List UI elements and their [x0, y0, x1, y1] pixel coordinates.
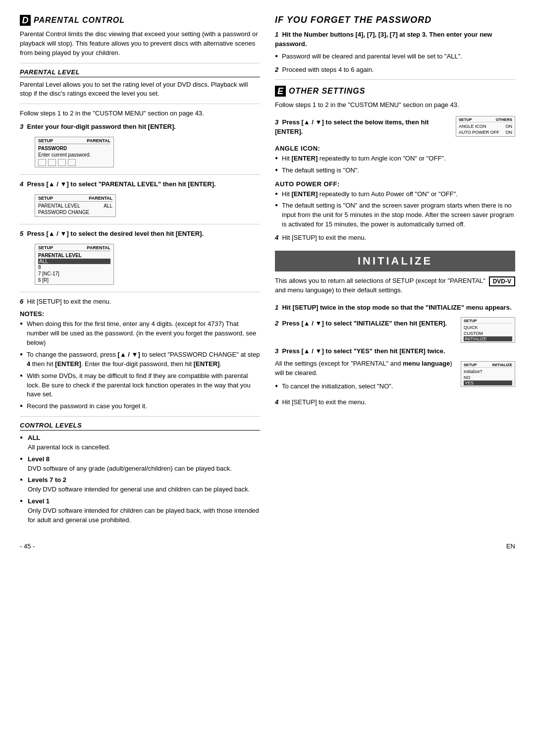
- if-step2-text: Proceed with steps 4 to 6 again.: [282, 66, 374, 73]
- if-step-2: 2 Proceed with steps 4 to 6 again.: [275, 65, 515, 75]
- section-e-title: OTHER SETTINGS: [289, 87, 365, 96]
- level-7to2-text: Only DVD software intended for general u…: [28, 486, 250, 493]
- section-e-letter: E: [275, 86, 286, 97]
- init-step-3: 3 Press [▲ / ▼] to select "YES" then hit…: [275, 347, 515, 356]
- step4e-num: 4: [275, 234, 278, 241]
- step4e-text: Hit [SETUP] to exit the menu.: [282, 234, 366, 241]
- screen3-header-right: PARENTAL: [87, 245, 110, 250]
- if-step1-num: 1: [275, 31, 278, 38]
- step6-text: Hit [SETUP] to exit the menu.: [27, 298, 111, 305]
- screen-parental-levels: SETUP PARENTAL PARENTAL LEVEL ALL 8 7 [N…: [35, 244, 114, 285]
- auto-power-heading: AUTO POWER OFF:: [275, 180, 515, 188]
- screen3-row-nc17: 7 [NC-17]: [38, 270, 110, 277]
- divider-5: [20, 292, 260, 292]
- screen3-header: SETUP PARENTAL: [38, 245, 110, 251]
- auto-bullet-1: Hit [ENTER] repeatedly to turn Auto Powe…: [275, 190, 515, 199]
- angle-icon-bullets: Hit [ENTER] repeatedly to turn Angle ico…: [275, 154, 515, 175]
- angle-icon-heading: ANGLE ICON:: [275, 145, 515, 152]
- step3-num: 3: [20, 123, 23, 130]
- level-7to2-label: Levels 7 to 2: [28, 476, 66, 484]
- step-6: 6 Hit [SETUP] to exit the menu.: [20, 297, 260, 307]
- level-1-text: Only DVD software intended for children …: [28, 507, 259, 524]
- page-footer: - 45 - EN: [20, 542, 515, 550]
- step3-text: Enter your four-digit password then hit …: [27, 123, 175, 130]
- screen-init2-header: SETUP: [464, 319, 512, 324]
- page-layout: D PARENTAL CONTROL Parental Control limi…: [20, 15, 515, 528]
- section-d-letter: D: [20, 15, 31, 26]
- init-step3-row: All the settings (except for "PARENTAL" …: [275, 359, 515, 394]
- right-column: IF YOU FORGET THE PASSWORD 1 Hit the Num…: [275, 15, 515, 528]
- level-8: Level 8DVD software of any grade (adult/…: [20, 455, 260, 474]
- screen-others-row1-val: ON: [506, 124, 513, 129]
- section-e-follow: Follow steps 1 to 2 in the "CUSTOM MENU"…: [275, 101, 515, 110]
- screen-init2-row-custom: CUSTOM: [464, 330, 512, 336]
- input-box-1: [38, 159, 46, 166]
- screen-init3-header: SETUP INITIALIZE: [464, 363, 512, 368]
- screen-init3-row-q: Initialize?: [464, 369, 512, 375]
- init-step2-num: 2: [275, 320, 278, 327]
- screen-init3-header-right: INITIALIZE: [492, 363, 512, 367]
- if-password-bullets: Password will be cleared and parental le…: [275, 52, 515, 61]
- init-bullet-1: To cancel the initialization, select "NO…: [275, 382, 456, 391]
- screen-init2-row-init: INITIALIZE: [464, 336, 512, 341]
- screen2-row1-val: ALL: [104, 203, 112, 209]
- screen-parental-level: SETUP PARENTAL PARENTAL LEVEL ALL PASSWO…: [35, 194, 116, 217]
- divider-r1: [275, 79, 515, 80]
- step-3-others: 3 Press [▲ / ▼] to select the below item…: [275, 118, 451, 137]
- level-all-label: ALL: [28, 434, 40, 441]
- screen-others-row2-val: ON: [506, 130, 513, 135]
- screen-init3-row-no: NO: [464, 375, 512, 380]
- step3-others-row: 3 Press [▲ / ▼] to select the below item…: [275, 114, 515, 140]
- screen2-header-left: SETUP: [38, 196, 53, 201]
- step4-num: 4: [20, 180, 23, 188]
- divider-4: [20, 224, 260, 224]
- step3e-num: 3: [275, 118, 278, 126]
- screen2-row1-label: PARENTAL LEVEL: [38, 203, 80, 209]
- screen-init2-header-label: SETUP: [464, 319, 477, 323]
- dvd-v-badge: DVD-V: [489, 276, 515, 286]
- init-step2-text: Press [▲ / ▼] to select "INITIALIZE" the…: [282, 320, 447, 327]
- notes-list: When doing this for the first time, ente…: [20, 320, 260, 411]
- step5-text: Press [▲ / ▼] to select the desired leve…: [27, 230, 204, 237]
- screen-others-header: SETUP OTHERS: [459, 117, 512, 122]
- step3-others-content: 3 Press [▲ / ▼] to select the below item…: [275, 114, 451, 140]
- step-4-parental: 4 Press [▲ / ▼] to select "PARENTAL LEVE…: [20, 180, 260, 189]
- init-step2-content: 2 Press [▲ / ▼] to select "INITIALIZE" t…: [275, 315, 456, 331]
- input-box-4: [68, 159, 76, 166]
- note-2: To change the password, press [▲ / ▼] to…: [20, 350, 260, 369]
- level-8-text: DVD software of any grade (adult/general…: [28, 465, 232, 472]
- note-4: Record the password in case you forget i…: [20, 402, 260, 411]
- init-step3-bullets: To cancel the initialization, select "NO…: [275, 382, 456, 391]
- screen-init-3: SETUP INITIALIZE Initialize? NO YES: [461, 361, 515, 387]
- screen2-row1: PARENTAL LEVEL ALL: [38, 203, 112, 209]
- input-box-3: [58, 159, 66, 166]
- screen2-row2: PASSWORD CHANGE: [38, 209, 112, 216]
- level-8-label: Level 8: [28, 455, 50, 463]
- screen-others: SETUP OTHERS ANGLE ICON ON AUTO POWER OF…: [456, 116, 515, 137]
- init-step3-intro: All the settings (except for "PARENTAL" …: [275, 359, 456, 378]
- step4-text: Press [▲ / ▼] to select "PARENTAL LEVEL"…: [27, 180, 215, 188]
- level-1-label: Level 1: [28, 497, 50, 505]
- screen-init-2: SETUP QUICK CUSTOM INITIALIZE: [461, 317, 515, 343]
- initialize-intro-row: DVD-V This allows you to return all sele…: [275, 276, 515, 299]
- init-step2-row: 2 Press [▲ / ▼] to select "INITIALIZE" t…: [275, 315, 515, 343]
- control-levels-heading: CONTROL LEVELS: [20, 422, 260, 431]
- init-step-4: 4 Hit [SETUP] to exit the menu.: [275, 398, 515, 407]
- step-5-level: 5 Press [▲ / ▼] to select the desired le…: [20, 229, 260, 239]
- footer-page-number: - 45 -: [20, 542, 35, 550]
- section-d-intro: Parental Control limits the disc viewing…: [20, 30, 260, 58]
- screen-password: SETUP PARENTAL PASSWORD Enter current pa…: [35, 137, 114, 167]
- step3e-text: Press [▲ / ▼] to select the below items,…: [275, 118, 428, 135]
- screen1-header-left: SETUP: [38, 138, 53, 143]
- init-step3-text: Press [▲ / ▼] to select "YES" then hit […: [282, 347, 445, 355]
- if-step2-num: 2: [275, 66, 278, 73]
- init-step-1: 1 Hit [SETUP] twice in the stop mode so …: [275, 303, 515, 313]
- initialize-bar: INITIALIZE: [275, 251, 515, 271]
- screen1-inputs: [38, 159, 110, 166]
- auto-power-bullets: Hit [ENTER] repeatedly to turn Auto Powe…: [275, 190, 515, 229]
- screen-others-right: OTHERS: [496, 117, 512, 122]
- footer-lang: EN: [506, 542, 515, 550]
- screen3-row0: PARENTAL LEVEL: [38, 252, 110, 259]
- if-bullet-1: Password will be cleared and parental le…: [275, 52, 515, 61]
- section-e-header: E OTHER SETTINGS: [275, 86, 515, 97]
